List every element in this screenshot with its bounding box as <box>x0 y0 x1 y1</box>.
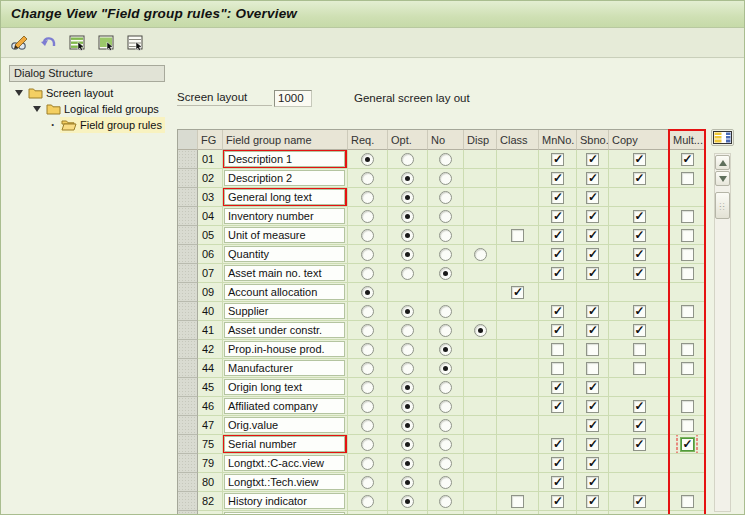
checkbox-cell[interactable] <box>539 378 577 397</box>
checkbox-checked[interactable] <box>633 419 646 432</box>
radio-cell[interactable] <box>428 454 464 473</box>
checkbox-cell[interactable] <box>609 340 670 359</box>
row-selector[interactable] <box>178 416 198 435</box>
checkbox-cell[interactable] <box>670 435 705 454</box>
checkbox-checked[interactable] <box>633 400 646 413</box>
checkbox-cell[interactable] <box>577 302 609 321</box>
row-selector[interactable] <box>178 492 198 511</box>
radio-selected[interactable] <box>401 495 414 508</box>
checkbox-cell[interactable] <box>577 150 609 169</box>
radio-selected[interactable] <box>474 324 487 337</box>
radio-cell[interactable] <box>464 321 497 340</box>
checkbox-cell[interactable] <box>609 321 670 340</box>
checkbox-cell[interactable] <box>577 454 609 473</box>
field-group-name-input[interactable]: Unit of measure <box>224 227 345 243</box>
row-selector[interactable] <box>178 454 198 473</box>
radio-selected[interactable] <box>401 229 414 242</box>
radio-cell[interactable] <box>348 188 388 207</box>
row-selector[interactable] <box>178 207 198 226</box>
radio-cell[interactable] <box>428 169 464 188</box>
field-group-name-input[interactable]: Origin long text <box>224 379 345 395</box>
row-selector[interactable] <box>178 150 198 169</box>
checkbox-cell[interactable] <box>539 245 577 264</box>
radio-selected[interactable] <box>401 248 414 261</box>
row-selector[interactable] <box>178 473 198 492</box>
radio-unselected[interactable] <box>361 400 374 413</box>
row-selector[interactable] <box>178 245 198 264</box>
row-selector[interactable] <box>178 511 198 515</box>
radio-unselected[interactable] <box>439 400 452 413</box>
checkbox-unchecked[interactable] <box>511 495 524 508</box>
checkbox-checked[interactable] <box>633 267 646 280</box>
checkbox-cell[interactable] <box>609 492 670 511</box>
checkbox-checked[interactable] <box>586 400 599 413</box>
radio-cell[interactable] <box>348 283 388 302</box>
tree-item-field-group-rules[interactable]: · Field group rules <box>9 117 165 133</box>
checkbox-cell[interactable] <box>539 359 577 378</box>
radio-selected[interactable] <box>401 400 414 413</box>
field-group-name-input[interactable]: Prop.in-house prod. <box>224 341 345 357</box>
radio-cell[interactable] <box>388 321 428 340</box>
scroll-up-button[interactable] <box>715 155 730 170</box>
display-change-icon[interactable] <box>9 33 31 53</box>
radio-cell[interactable] <box>388 302 428 321</box>
radio-unselected[interactable] <box>401 343 414 356</box>
checkbox-cell[interactable] <box>577 378 609 397</box>
radio-cell[interactable] <box>428 492 464 511</box>
radio-cell[interactable] <box>348 454 388 473</box>
checkbox-checked[interactable] <box>681 153 694 166</box>
radio-unselected[interactable] <box>361 457 374 470</box>
radio-cell[interactable] <box>464 245 497 264</box>
checkbox-checked[interactable] <box>681 438 694 451</box>
column-header[interactable]: Sbno. <box>577 130 609 150</box>
field-group-name-input[interactable]: Quantity <box>224 246 345 262</box>
column-header[interactable]: Req. <box>348 130 388 150</box>
checkbox-checked[interactable] <box>551 438 564 451</box>
checkbox-cell[interactable] <box>539 264 577 283</box>
checkbox-cell[interactable] <box>670 207 705 226</box>
radio-cell[interactable] <box>428 416 464 435</box>
radio-cell[interactable] <box>388 340 428 359</box>
column-header[interactable]: FG <box>198 130 223 150</box>
checkbox-cell[interactable] <box>497 283 539 302</box>
checkbox-cell[interactable] <box>577 435 609 454</box>
radio-cell[interactable] <box>348 378 388 397</box>
checkbox-checked[interactable] <box>586 305 599 318</box>
checkbox-cell[interactable] <box>609 169 670 188</box>
radio-unselected[interactable] <box>361 362 374 375</box>
radio-selected[interactable] <box>401 381 414 394</box>
checkbox-checked[interactable] <box>586 324 599 337</box>
checkbox-unchecked[interactable] <box>681 210 694 223</box>
row-selector[interactable] <box>178 359 198 378</box>
checkbox-cell[interactable] <box>670 340 705 359</box>
radio-unselected[interactable] <box>361 381 374 394</box>
field-group-name-input[interactable]: Longtxt.:Tech.view <box>224 474 345 490</box>
checkbox-cell[interactable] <box>609 264 670 283</box>
checkbox-checked[interactable] <box>586 191 599 204</box>
checkbox-cell[interactable] <box>609 397 670 416</box>
checkbox-cell[interactable] <box>609 359 670 378</box>
radio-unselected[interactable] <box>361 476 374 489</box>
radio-cell[interactable] <box>388 245 428 264</box>
checkbox-cell[interactable] <box>577 245 609 264</box>
radio-unselected[interactable] <box>439 210 452 223</box>
checkbox-cell[interactable] <box>539 454 577 473</box>
checkbox-cell[interactable] <box>539 188 577 207</box>
checkbox-cell[interactable] <box>539 473 577 492</box>
checkbox-checked[interactable] <box>633 229 646 242</box>
checkbox-checked[interactable] <box>551 172 564 185</box>
checkbox-checked[interactable] <box>586 438 599 451</box>
checkbox-cell[interactable] <box>577 359 609 378</box>
radio-cell[interactable] <box>428 435 464 454</box>
expander-icon[interactable] <box>33 106 41 112</box>
checkbox-checked[interactable] <box>586 267 599 280</box>
radio-cell[interactable] <box>428 245 464 264</box>
radio-cell[interactable] <box>388 264 428 283</box>
tree-item-logical-field-groups[interactable]: Logical field groups <box>9 101 165 117</box>
radio-unselected[interactable] <box>401 153 414 166</box>
radio-selected[interactable] <box>401 419 414 432</box>
column-header[interactable]: No <box>428 130 464 150</box>
checkbox-checked[interactable] <box>551 248 564 261</box>
checkbox-cell[interactable] <box>609 416 670 435</box>
column-header[interactable]: Field group name <box>223 130 348 150</box>
